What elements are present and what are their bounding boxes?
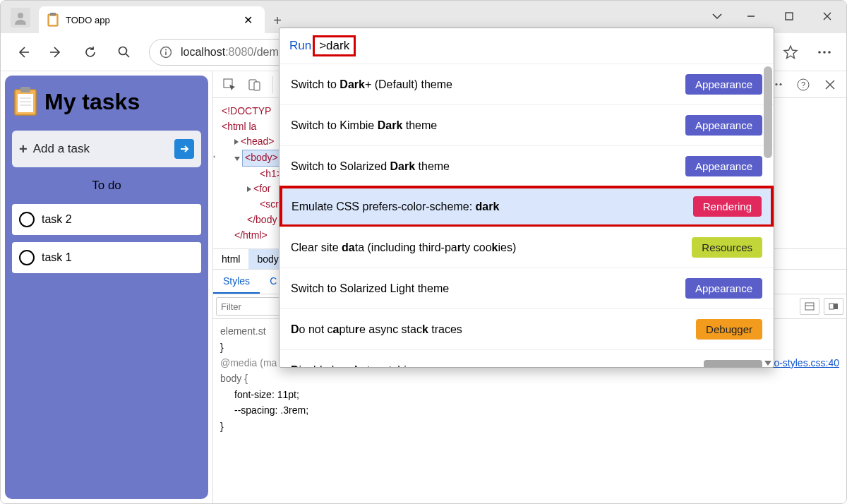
devtools-close-button[interactable] <box>819 74 841 95</box>
maximize-button[interactable] <box>770 2 808 30</box>
submit-task-button[interactable] <box>174 139 194 159</box>
css-media: @media (ma <box>220 357 277 368</box>
favorites-button[interactable] <box>776 37 805 67</box>
command-category-badge: Debugger <box>696 319 762 340</box>
clipboard-icon <box>13 87 37 116</box>
svg-rect-3 <box>49 16 56 25</box>
section-todo-header: To do <box>12 177 201 194</box>
command-input-row[interactable]: Run >dark <box>280 28 774 64</box>
task-list: task 2task 1 <box>12 204 201 280</box>
back-button[interactable] <box>8 37 37 67</box>
plus-icon: + <box>19 141 28 157</box>
todo-header: My tasks <box>12 83 201 121</box>
close-window-button[interactable] <box>808 2 846 30</box>
command-item[interactable]: Switch to Solarized Dark themeAppearance <box>280 145 774 186</box>
command-item[interactable]: Emulate CSS prefers-color-scheme: darkRe… <box>280 186 774 227</box>
svg-point-36 <box>779 83 781 85</box>
css-selector: body { <box>220 371 839 386</box>
svg-point-35 <box>775 83 777 85</box>
command-item-label: Switch to Dark+ (Default) theme <box>291 78 677 91</box>
scroll-down-icon[interactable] <box>764 361 771 366</box>
command-menu: Run >dark Switch to Dark+ (Default) them… <box>279 28 774 368</box>
svg-point-15 <box>828 51 831 54</box>
task-label: task 2 <box>42 213 72 226</box>
svg-rect-39 <box>805 303 814 310</box>
svg-line-9 <box>126 54 129 57</box>
command-item-label: Switch to Solarized Dark theme <box>291 160 677 173</box>
command-item[interactable]: Disable bracket matchingSources <box>280 349 774 367</box>
svg-point-8 <box>119 47 127 54</box>
command-results: Switch to Dark+ (Default) themeAppearanc… <box>280 64 774 367</box>
svg-point-0 <box>18 13 23 18</box>
svg-point-11 <box>165 49 167 50</box>
command-category-badge: Appearance <box>685 278 762 299</box>
command-item-label: Switch to Kimbie Dark theme <box>291 119 677 132</box>
chevron-down-icon[interactable] <box>702 2 732 30</box>
command-query-highlight: >dark <box>313 35 356 56</box>
command-category-badge: Appearance <box>685 74 762 95</box>
command-item[interactable]: Clear site data (including third-party c… <box>280 227 774 268</box>
scrollbar[interactable] <box>764 66 772 158</box>
task-checkbox[interactable] <box>19 250 35 265</box>
command-item[interactable]: Switch to Dark+ (Default) themeAppearanc… <box>280 64 774 104</box>
separator <box>272 76 273 93</box>
search-button[interactable] <box>109 37 139 67</box>
svg-rect-42 <box>834 304 838 309</box>
person-icon <box>13 11 28 25</box>
add-task-input[interactable]: + Add a task <box>12 131 201 167</box>
task-checkbox[interactable] <box>19 212 35 227</box>
tab-styles[interactable]: Styles <box>213 270 260 294</box>
command-item[interactable]: Switch to Kimbie Dark themeAppearance <box>280 104 774 145</box>
reload-button[interactable] <box>76 37 105 67</box>
breadcrumb-html[interactable]: html <box>213 249 248 269</box>
task-item[interactable]: task 1 <box>12 242 201 273</box>
minimize-button[interactable] <box>732 2 770 30</box>
svg-rect-18 <box>18 94 33 112</box>
task-label: task 1 <box>42 251 72 264</box>
command-category-badge: Appearance <box>685 115 762 136</box>
tab-title: TODO app <box>66 15 232 25</box>
command-item-label: Disable bracket matching <box>291 364 695 368</box>
forward-button[interactable] <box>42 37 71 67</box>
command-category-badge: Resources <box>692 237 762 258</box>
svg-point-14 <box>823 51 826 54</box>
info-icon <box>160 46 172 59</box>
css-brace: } <box>220 419 839 434</box>
svg-rect-17 <box>20 87 30 92</box>
command-item-label: Emulate CSS prefers-color-scheme: dark <box>292 200 685 213</box>
more-button[interactable] <box>810 37 839 67</box>
todo-app: My tasks + Add a task To do task 2task 1 <box>5 76 208 499</box>
window-controls <box>702 2 846 30</box>
command-category-badge: Sources <box>704 360 762 367</box>
svg-point-13 <box>818 51 821 54</box>
command-category-badge: Rendering <box>693 196 762 217</box>
command-run-prefix: Run <box>289 39 311 53</box>
svg-rect-2 <box>50 13 56 16</box>
task-item[interactable]: task 2 <box>12 204 201 235</box>
hov-button[interactable] <box>800 298 819 315</box>
command-item[interactable]: Do not capture async stack tracesDebugge… <box>280 308 774 349</box>
command-item[interactable]: Switch to Solarized Light themeAppearanc… <box>280 268 774 308</box>
svg-rect-41 <box>829 304 834 309</box>
css-property[interactable]: font-size: 11pt; <box>220 387 839 402</box>
svg-text:?: ? <box>801 80 805 89</box>
browser-tab[interactable]: TODO app ✕ <box>39 6 265 33</box>
command-item-label: Do not capture async stack traces <box>291 323 687 336</box>
device-toggle-button[interactable] <box>244 74 265 95</box>
clipboard-icon <box>47 13 59 27</box>
css-property[interactable]: --spacing: .3rem; <box>220 402 839 418</box>
help-button[interactable]: ? <box>793 74 814 95</box>
svg-rect-24 <box>254 82 260 90</box>
profile-button[interactable] <box>11 8 30 28</box>
inspect-element-button[interactable] <box>219 74 240 95</box>
svg-rect-5 <box>786 13 793 20</box>
page-title: My tasks <box>44 89 140 115</box>
command-item-label: Clear site data (including third-party c… <box>291 241 683 254</box>
cls-button[interactable] <box>824 298 843 315</box>
add-task-placeholder: Add a task <box>33 142 169 156</box>
tab-close-button[interactable]: ✕ <box>239 11 256 28</box>
command-item-label: Switch to Solarized Light theme <box>291 282 677 295</box>
command-category-badge: Appearance <box>685 156 762 176</box>
